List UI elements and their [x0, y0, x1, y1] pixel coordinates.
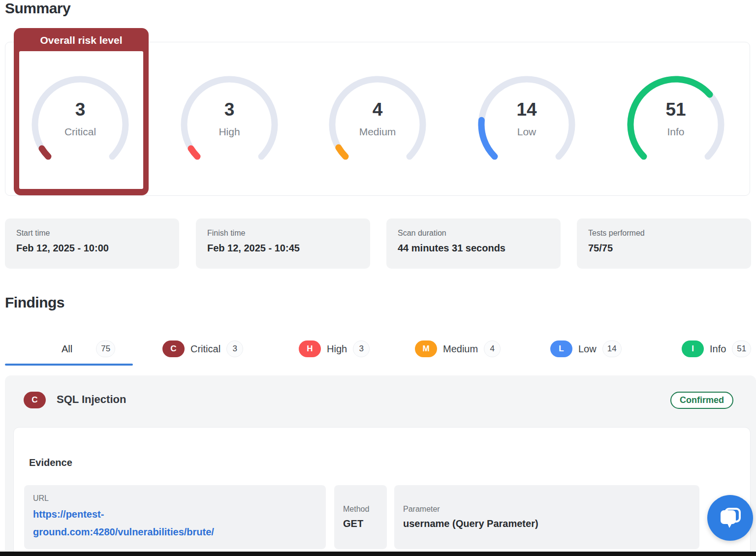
- tab-low-label: Low: [578, 343, 597, 355]
- gauge-low-value: 14: [474, 99, 579, 120]
- finding-card-sql-injection: C SQL Injection Confirmed Evidence URL h…: [5, 375, 756, 556]
- active-tab-underline: [5, 364, 133, 366]
- medium-severity-icon: M: [415, 340, 437, 357]
- stat-value: 44 minutes 31 seconds: [398, 243, 505, 254]
- chat-bubble-icon: [718, 506, 743, 530]
- url-label: URL: [33, 494, 317, 503]
- gauge-high: 3 High: [177, 72, 282, 177]
- finding-header[interactable]: C SQL Injection Confirmed: [5, 375, 756, 427]
- stat-tests-performed: Tests performed 75/75: [577, 218, 751, 269]
- gauge-high-label: High: [177, 126, 282, 138]
- chat-widget-button[interactable]: [707, 495, 753, 541]
- gauge-high-value: 3: [177, 99, 282, 120]
- stat-label: Finish time: [207, 229, 245, 238]
- evidence-url-box: URL https://pentest- ground.com:4280/vul…: [24, 485, 326, 549]
- gauge-medium: 4 Medium: [325, 72, 430, 177]
- bottom-window-edge: [0, 552, 756, 556]
- tab-medium[interactable]: M Medium 4: [415, 340, 501, 358]
- tab-critical[interactable]: C Critical 3: [162, 340, 243, 358]
- tab-medium-label: Medium: [443, 343, 478, 355]
- gauge-info-label: Info: [624, 126, 728, 138]
- gauge-info: 51 Info: [624, 72, 728, 177]
- finding-title: SQL Injection: [57, 393, 126, 406]
- tab-high-label: High: [327, 343, 347, 355]
- evidence-parameter-box: Parameter username (Query Parameter): [394, 485, 699, 549]
- critical-severity-icon: C: [24, 392, 46, 408]
- summary-heading: Summary: [5, 0, 70, 17]
- gauge-critical: 3 Critical: [28, 72, 132, 177]
- stat-label: Scan duration: [398, 229, 446, 238]
- tab-info-count-badge: 51: [732, 340, 751, 357]
- url-line-2: ground.com:4280/vulnerabilities/brute/: [33, 523, 317, 541]
- findings-heading: Findings: [5, 294, 64, 311]
- critical-severity-icon: C: [162, 340, 185, 357]
- gauge-info-value: 51: [624, 99, 728, 120]
- tab-critical-count-badge: 3: [226, 340, 243, 357]
- gauge-low-label: Low: [474, 126, 579, 138]
- gauge-medium-label: Medium: [325, 126, 430, 138]
- tab-all-label: All: [62, 343, 72, 355]
- tab-low-count-badge: 14: [602, 340, 622, 357]
- tab-all[interactable]: All 75: [62, 340, 115, 358]
- stat-scan-duration: Scan duration 44 minutes 31 seconds: [386, 218, 561, 269]
- tab-high-count-badge: 3: [353, 340, 370, 357]
- tab-low[interactable]: L Low 14: [550, 340, 622, 358]
- method-label: Method: [343, 505, 378, 514]
- overall-risk-title: Overall risk level: [14, 34, 149, 46]
- high-severity-icon: H: [299, 340, 321, 357]
- evidence-heading: Evidence: [29, 457, 72, 468]
- gauge-critical-value: 3: [28, 99, 132, 120]
- evidence-method-box: Method GET: [334, 485, 387, 549]
- evidence-url-link[interactable]: https://pentest- ground.com:4280/vulnera…: [33, 505, 317, 541]
- stat-finish-time: Finish time Feb 12, 2025 - 10:45: [196, 218, 370, 269]
- parameter-label: Parameter: [403, 505, 691, 514]
- low-severity-icon: L: [550, 340, 572, 357]
- tab-medium-count-badge: 4: [484, 340, 501, 357]
- evidence-panel: Evidence URL https://pentest- ground.com…: [13, 427, 751, 556]
- tab-critical-label: Critical: [190, 343, 220, 355]
- url-line-1: https://pentest-: [33, 505, 317, 523]
- tab-info[interactable]: I Info 51: [682, 340, 751, 358]
- stat-value: Feb 12, 2025 - 10:00: [16, 243, 109, 254]
- confirmed-status-badge: Confirmed: [670, 392, 733, 409]
- stat-value: Feb 12, 2025 - 10:45: [207, 243, 300, 254]
- stat-label: Start time: [16, 229, 50, 238]
- tab-all-count-badge: 75: [96, 340, 115, 357]
- tab-high[interactable]: H High 3: [299, 340, 370, 358]
- gauge-medium-value: 4: [325, 99, 430, 120]
- scan-report-page: Summary Overall risk level 3 Critical 3 …: [0, 0, 756, 556]
- stat-start-time: Start time Feb 12, 2025 - 10:00: [5, 218, 179, 269]
- stat-label: Tests performed: [588, 229, 645, 238]
- stat-value: 75/75: [588, 243, 613, 254]
- parameter-value: username (Query Parameter): [403, 518, 691, 529]
- gauge-low: 14 Low: [474, 72, 579, 177]
- method-value: GET: [343, 518, 378, 529]
- info-severity-icon: I: [682, 340, 704, 357]
- tab-info-label: Info: [710, 343, 726, 355]
- gauge-critical-label: Critical: [28, 126, 132, 138]
